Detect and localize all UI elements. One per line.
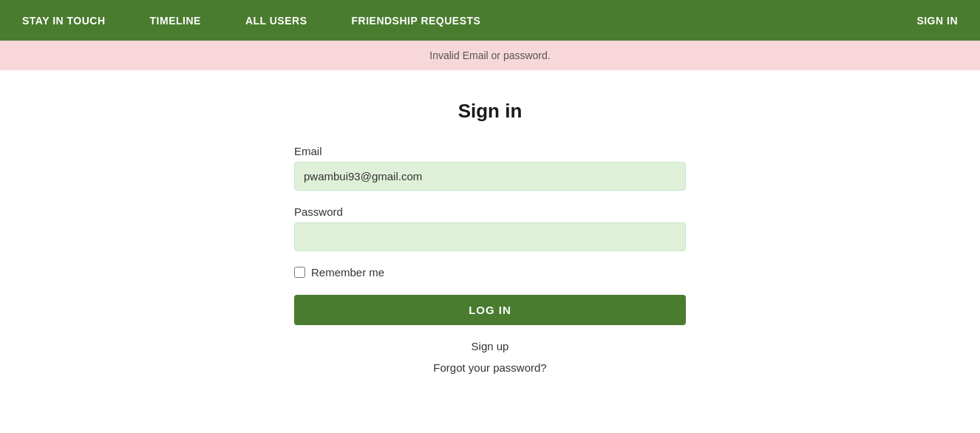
password-label: Password <box>294 205 686 218</box>
remember-me-group: Remember me <box>294 266 686 279</box>
nav-friendship-requests[interactable]: FRIENDSHIP REQUESTS <box>344 1 489 40</box>
email-label: Email <box>294 145 686 157</box>
remember-me-checkbox[interactable] <box>294 267 305 278</box>
form-title: Sign in <box>294 100 686 123</box>
sign-in-form-container: Sign in Email Password Remember me LOG I… <box>294 100 686 374</box>
password-input[interactable] <box>294 222 686 251</box>
email-input[interactable] <box>294 162 686 191</box>
main-nav: STAY IN TOUCH TIMELINE ALL USERS FRIENDS… <box>0 0 980 41</box>
email-form-group: Email <box>294 145 686 191</box>
remember-me-label: Remember me <box>311 266 384 279</box>
links-section: Sign up Forgot your password? <box>294 340 686 374</box>
nav-sign-in[interactable]: SIGN IN <box>909 1 965 40</box>
sign-up-link[interactable]: Sign up <box>472 340 509 352</box>
alert-message: Invalid Email or password. <box>429 50 550 61</box>
nav-all-users[interactable]: ALL USERS <box>238 1 315 40</box>
nav-right: SIGN IN <box>909 14 965 27</box>
forgot-password-link[interactable]: Forgot your password? <box>433 361 546 374</box>
error-alert: Invalid Email or password. <box>0 41 980 70</box>
nav-brand[interactable]: STAY IN TOUCH <box>15 1 113 40</box>
nav-left: STAY IN TOUCH TIMELINE ALL USERS FRIENDS… <box>15 1 488 40</box>
main-content: Sign in Email Password Remember me LOG I… <box>0 70 980 374</box>
login-button[interactable]: LOG IN <box>294 295 686 325</box>
password-form-group: Password <box>294 205 686 251</box>
nav-timeline[interactable]: TIMELINE <box>143 1 208 40</box>
